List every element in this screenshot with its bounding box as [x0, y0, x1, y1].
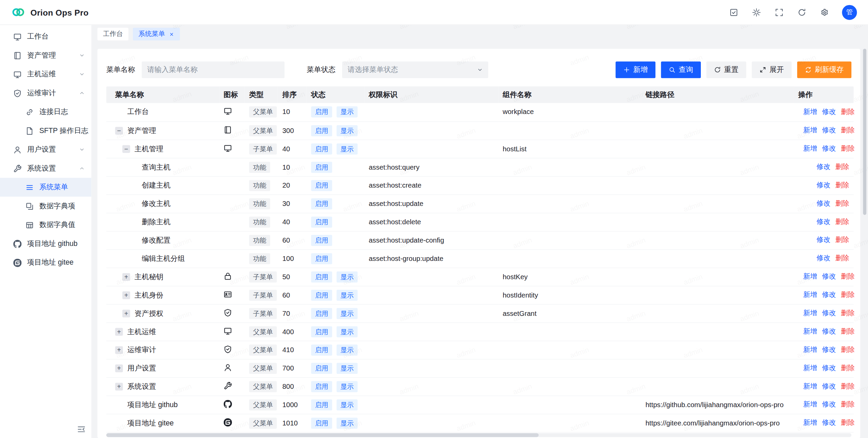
status-tag: 启用 — [311, 308, 332, 319]
sidebar-item-system-menu[interactable]: 系统菜单 — [0, 178, 91, 197]
edit-link[interactable]: 修改 — [816, 199, 830, 207]
add-link[interactable]: 新增 — [803, 419, 817, 426]
tab-workbench[interactable]: 工作台 — [97, 28, 128, 41]
edit-link[interactable]: 修改 — [822, 346, 836, 354]
add-link[interactable]: 新增 — [803, 309, 817, 317]
status-tag: 启用 — [311, 253, 332, 264]
add-link[interactable]: 新增 — [803, 346, 817, 354]
sidebar-item-label: 用户设置 — [27, 145, 56, 154]
tree-plus-toggle[interactable]: + — [122, 273, 130, 281]
add-link[interactable]: 新增 — [803, 108, 817, 116]
fullscreen-icon[interactable] — [775, 8, 783, 16]
add-link[interactable]: 新增 — [803, 400, 817, 408]
delete-link[interactable]: 删除 — [841, 400, 855, 408]
status-tag: 显示 — [337, 326, 358, 337]
delete-link[interactable]: 删除 — [835, 181, 849, 189]
edit-link[interactable]: 修改 — [822, 364, 836, 372]
delete-link[interactable]: 删除 — [841, 364, 855, 372]
sidebar-item-ops-audit[interactable]: 运维审计 — [0, 84, 91, 103]
edit-link[interactable]: 修改 — [822, 145, 836, 152]
gear-icon[interactable] — [821, 8, 829, 16]
tree-plus-toggle[interactable]: + — [122, 309, 130, 317]
delete-link[interactable]: 删除 — [835, 236, 849, 244]
add-link[interactable]: 新增 — [803, 364, 817, 372]
delete-link[interactable]: 删除 — [841, 327, 855, 335]
refresh-cache-button[interactable]: 刷新缓存 — [797, 61, 851, 78]
vertical-scrollbar[interactable] — [863, 49, 866, 215]
add-link[interactable]: 新增 — [803, 327, 817, 335]
refresh-icon[interactable] — [798, 8, 806, 16]
delete-link[interactable]: 删除 — [841, 419, 855, 426]
sidebar-item-host-ops[interactable]: 主机运维 — [0, 65, 91, 84]
menu-name: 资产管理 — [127, 126, 156, 135]
sidebar-collapse-icon[interactable] — [77, 425, 86, 434]
sidebar-item-workbench[interactable]: 工作台 — [0, 27, 91, 46]
delete-link[interactable]: 删除 — [841, 309, 855, 317]
delete-link[interactable]: 删除 — [835, 218, 849, 226]
user-avatar[interactable]: 管 — [842, 5, 857, 20]
edit-link[interactable]: 修改 — [822, 327, 836, 335]
add-link[interactable]: 新增 — [803, 126, 817, 134]
sidebar-item-system-settings[interactable]: 系统设置 — [0, 159, 91, 178]
edit-link[interactable]: 修改 — [816, 254, 830, 262]
status-tag: 显示 — [337, 308, 358, 319]
add-link[interactable]: 新增 — [803, 145, 817, 152]
delete-link[interactable]: 删除 — [841, 145, 855, 152]
add-link[interactable]: 新增 — [803, 382, 817, 390]
sidebar-item-sftp-log[interactable]: SFTP 操作日志 — [0, 121, 91, 140]
square-check-icon[interactable] — [730, 8, 738, 16]
add-link[interactable]: 新增 — [803, 272, 817, 280]
query-button[interactable]: 查询 — [661, 61, 701, 78]
delete-link[interactable]: 删除 — [835, 199, 849, 207]
tree-plus-toggle[interactable]: + — [115, 328, 123, 336]
sidebar-item-asset-management[interactable]: 资产管理 — [0, 46, 91, 65]
tree-plus-toggle[interactable]: + — [115, 364, 123, 372]
sidebar-item-dict-item[interactable]: 数据字典项 — [0, 197, 91, 216]
delete-link[interactable]: 删除 — [841, 346, 855, 354]
expand-button[interactable]: 展开 — [752, 61, 792, 78]
sidebar-item-github[interactable]: 项目地址 github — [0, 234, 91, 253]
expand-icon — [760, 66, 766, 73]
edit-link[interactable]: 修改 — [816, 236, 830, 244]
delete-link[interactable]: 删除 — [841, 108, 855, 116]
edit-link[interactable]: 修改 — [822, 108, 836, 116]
edit-link[interactable]: 修改 — [816, 181, 830, 189]
menu-name-input[interactable]: 请输入菜单名称 — [142, 61, 284, 78]
horizontal-scrollbar-thumb[interactable] — [106, 433, 538, 437]
reset-button[interactable]: 重置 — [706, 61, 746, 78]
delete-link[interactable]: 删除 — [841, 126, 855, 134]
sidebar-item-dict-value[interactable]: 数据字典值 — [0, 215, 91, 234]
delete-link[interactable]: 删除 — [841, 291, 855, 299]
monitor-icon — [224, 144, 232, 152]
menu-status-field: 菜单状态 请选择菜单状态 — [307, 61, 489, 78]
sidebar-item-gitee[interactable]: 项目地址 gitee — [0, 253, 91, 272]
tree-plus-toggle[interactable]: + — [115, 346, 123, 354]
edit-link[interactable]: 修改 — [822, 400, 836, 408]
delete-link[interactable]: 删除 — [835, 163, 849, 171]
edit-link[interactable]: 修改 — [822, 309, 836, 317]
tab-system-menu[interactable]: 系统菜单 — [133, 28, 180, 41]
tree-minus-toggle[interactable]: − — [115, 127, 123, 134]
edit-link[interactable]: 修改 — [816, 163, 830, 171]
delete-link[interactable]: 删除 — [835, 254, 849, 262]
sidebar-item-user-settings[interactable]: 用户设置 — [0, 140, 91, 159]
add-button[interactable]: 新增 — [616, 61, 656, 78]
menu-status-select[interactable]: 请选择菜单状态 — [342, 61, 488, 78]
status-tag: 启用 — [311, 381, 332, 392]
delete-link[interactable]: 删除 — [841, 382, 855, 390]
delete-link[interactable]: 删除 — [841, 272, 855, 280]
edit-link[interactable]: 修改 — [822, 126, 836, 134]
tree-plus-toggle[interactable]: + — [115, 382, 123, 390]
edit-link[interactable]: 修改 — [822, 419, 836, 426]
status-tag: 启用 — [311, 363, 332, 374]
add-link[interactable]: 新增 — [803, 291, 817, 299]
tree-minus-toggle[interactable]: − — [122, 145, 130, 153]
edit-link[interactable]: 修改 — [822, 272, 836, 280]
tree-plus-toggle[interactable]: + — [122, 291, 130, 299]
edit-link[interactable]: 修改 — [816, 218, 830, 226]
edit-link[interactable]: 修改 — [822, 382, 836, 390]
edit-link[interactable]: 修改 — [822, 291, 836, 299]
close-icon[interactable] — [169, 31, 174, 37]
sun-icon[interactable] — [752, 8, 761, 16]
sidebar-item-connection-log[interactable]: 连接日志 — [0, 102, 91, 121]
